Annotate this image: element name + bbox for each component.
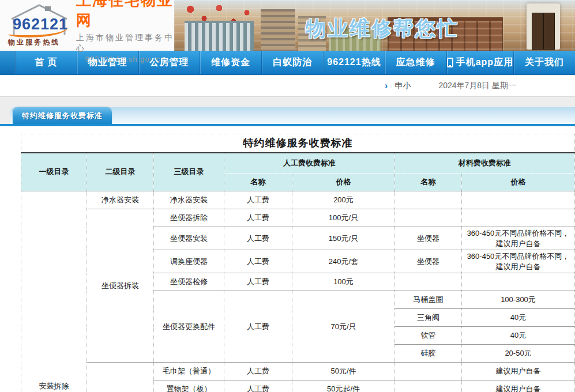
cell-labor-price: 240元/套: [292, 250, 395, 273]
cell-material-name: 马桶盖圈: [395, 291, 462, 309]
cell-labor-name: 人工费: [224, 291, 292, 363]
content-area: 特约维修服务收费标准 一级目录 二级目录 三级目录 人工费收费标准 材料费收费标…: [0, 126, 575, 392]
cell-level3: 置物架（板）: [154, 380, 224, 392]
cell-level3: 坐便器检修: [154, 273, 224, 291]
cell-level1: 安装拆除: [21, 191, 87, 392]
cell-material-price: 360-450元不同品牌价格不同，建议用户自备: [462, 250, 575, 273]
nav-item-public-housing[interactable]: 公房管理: [138, 51, 200, 74]
cell-material-name: [395, 273, 462, 291]
fee-table: 特约维修服务收费标准 一级目录 二级目录 三级目录 人工费收费标准 材料费收费标…: [21, 134, 575, 392]
tab-special-repair-fees[interactable]: 特约维修服务收费标准: [13, 107, 112, 124]
table-row: 安装拆除 净水器安装 净水器安装 人工费 200元: [21, 191, 575, 209]
cell-material-price: [462, 273, 575, 291]
header-labor-name: 名称: [224, 174, 292, 191]
cell-material-name: 软管: [395, 327, 462, 345]
cell-level3: 毛巾架（普通）: [154, 363, 224, 380]
brand-block: 962121 物业服务热线 上海住宅物业网 上海市物业管理事务中心 962121…: [0, 0, 174, 51]
hotline-label: 物业服务热线: [8, 37, 60, 47]
cell-level3: 净水器安装: [154, 191, 224, 209]
cell-material-name: [395, 191, 462, 209]
cell-material-price: 20-50元: [462, 345, 575, 363]
nav-item-property-management[interactable]: 物业管理: [77, 51, 138, 74]
hotline-logo[interactable]: 962121 物业服务热线: [8, 3, 70, 48]
cell-material-name: [395, 380, 462, 392]
announcement-link[interactable]: 申小: [394, 81, 411, 91]
nav-item-mobile-app-label: 手机app应用: [456, 56, 513, 69]
table-title: 特约维修服务收费标准: [21, 134, 575, 153]
cell-material-price: [462, 209, 575, 227]
nav-item-termite-control[interactable]: 白蚁防治: [261, 51, 323, 74]
phone-icon: [447, 58, 453, 67]
cell-labor-name: 人工费: [224, 191, 292, 209]
cell-material-name: 硅胶: [395, 345, 462, 363]
cell-material-price: [462, 191, 575, 209]
banner-slogan: 物业维修帮您忙: [306, 15, 459, 42]
cell-labor-name: 人工费: [224, 209, 292, 227]
header-labor-price: 价格: [292, 174, 395, 191]
building-tower: [261, 9, 295, 51]
cell-material-price: 40元: [462, 309, 575, 327]
current-date: 2024年7月8日 星期一: [438, 81, 516, 91]
cell-level3: 调换座便器: [154, 250, 224, 273]
header-material-price: 价格: [462, 174, 575, 191]
cell-labor-price: 100元/只: [292, 209, 395, 227]
door-decoration: [527, 3, 560, 50]
cell-labor-price: 70元/只: [292, 291, 395, 363]
cell-labor-name: 人工费: [224, 250, 292, 273]
nav-item-about-us[interactable]: 关于我们: [513, 51, 575, 74]
cell-level3: 坐便器更换配件: [154, 291, 224, 363]
cell-labor-name: 人工费: [224, 227, 292, 250]
building-glass: [185, 21, 254, 51]
cell-level2: [87, 363, 154, 392]
cell-level3: 坐便器安装: [154, 227, 224, 250]
cell-material-price: 40元: [462, 327, 575, 345]
header-labor-group: 人工费收费标准: [224, 153, 395, 174]
cell-material-name: 坐便器: [395, 250, 462, 273]
cell-level3: 坐便器拆除: [154, 209, 224, 227]
cell-labor-price: 100元: [292, 273, 395, 291]
section-divider: [0, 97, 575, 107]
cell-material-price: 建议用户自备: [462, 363, 575, 380]
cell-material-price: 建议用户自备: [462, 380, 575, 392]
tab-bar-underline: [0, 124, 575, 126]
nav-item-hotline[interactable]: 962121热线: [323, 51, 385, 74]
cell-labor-name: 人工费: [224, 273, 292, 291]
table-row: 坐便器拆装 坐便器拆除 人工费 100元/只: [21, 209, 575, 227]
cell-material-name: [395, 209, 462, 227]
info-strip: › 申小 2024年7月8日 星期一: [0, 75, 575, 97]
cell-labor-name: 人工费: [224, 380, 292, 392]
header-material-name: 名称: [395, 174, 462, 191]
header-material-group: 材料费收费标准: [395, 153, 575, 174]
nav-item-home[interactable]: 首 页: [15, 51, 77, 74]
nav-item-repair-fund[interactable]: 维修资金: [200, 51, 261, 74]
cell-material-price: 100-300元: [462, 291, 575, 309]
nav-item-emergency-repair[interactable]: 应急维修: [385, 51, 446, 74]
nav-item-mobile-app[interactable]: 手机app应用: [446, 51, 513, 74]
cell-labor-price: 150元/只: [292, 227, 395, 250]
nav-left-cap: [0, 51, 15, 74]
tab-bar: 特约维修服务收费标准: [0, 107, 575, 126]
banner-image: 物业维修帮您忙: [174, 0, 575, 51]
cell-material-price: 360-450元不同品牌价格不同，建议用户自备: [462, 227, 575, 250]
cell-labor-name: 人工费: [224, 363, 292, 380]
site-title[interactable]: 上海住宅物业网: [76, 0, 174, 31]
cell-material-name: [395, 363, 462, 380]
cell-labor-price: 50元起/件: [292, 380, 395, 392]
page: 962121 物业服务热线 上海住宅物业网 上海市物业管理事务中心 962121…: [0, 0, 575, 392]
site-header: 962121 物业服务热线 上海住宅物业网 上海市物业管理事务中心 962121…: [0, 0, 575, 51]
header-level3: 三级目录: [154, 153, 224, 191]
cell-level2: 坐便器拆装: [87, 209, 154, 363]
main-nav: 首 页 物业管理 公房管理 维修资金 白蚁防治 962121热线 应急维修 手机…: [0, 51, 575, 75]
cell-labor-price: 200元: [292, 191, 395, 209]
cell-material-name: 坐便器: [395, 227, 462, 250]
header-level1: 一级目录: [21, 153, 87, 191]
cell-material-name: 三角阀: [395, 309, 462, 327]
cell-level2: 净水器安装: [87, 191, 154, 209]
announcement-arrow-icon: ›: [385, 80, 388, 92]
cell-labor-price: 50元/件: [292, 363, 395, 380]
table-row: 毛巾架（普通） 人工费 50元/件 建议用户自备: [21, 363, 575, 380]
header-level2: 二级目录: [87, 153, 154, 191]
